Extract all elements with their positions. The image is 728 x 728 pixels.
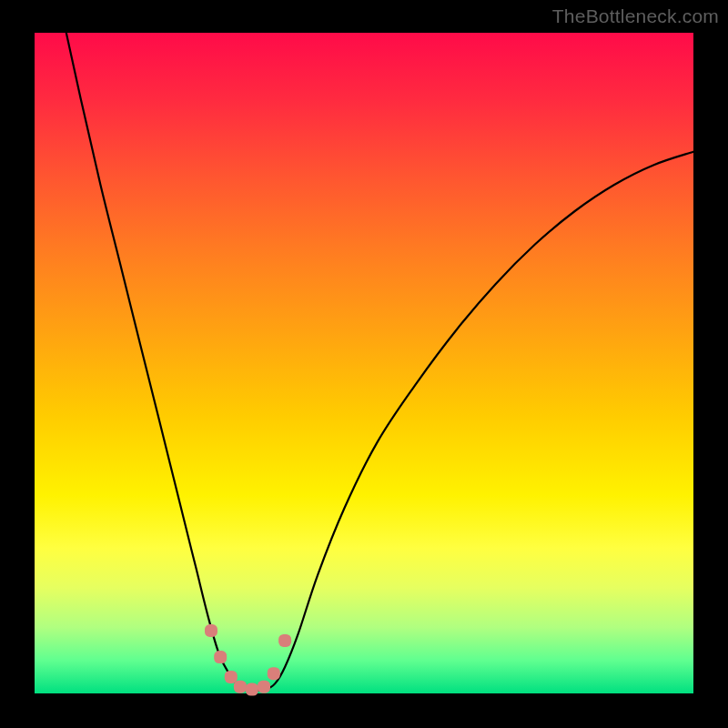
outer-frame: TheBottleneck.com <box>0 0 728 728</box>
trough-marker <box>268 667 280 680</box>
trough-marker <box>278 634 291 647</box>
trough-markers <box>205 624 291 696</box>
trough-marker <box>234 681 247 693</box>
trough-marker <box>205 624 217 637</box>
trough-marker <box>225 671 238 683</box>
chart-svg <box>35 33 693 693</box>
plot-area <box>35 33 693 693</box>
bottleneck-curve <box>66 33 693 690</box>
trough-marker <box>214 651 227 663</box>
trough-marker <box>258 681 270 693</box>
watermark-text: TheBottleneck.com <box>552 5 719 27</box>
trough-marker <box>246 683 258 696</box>
